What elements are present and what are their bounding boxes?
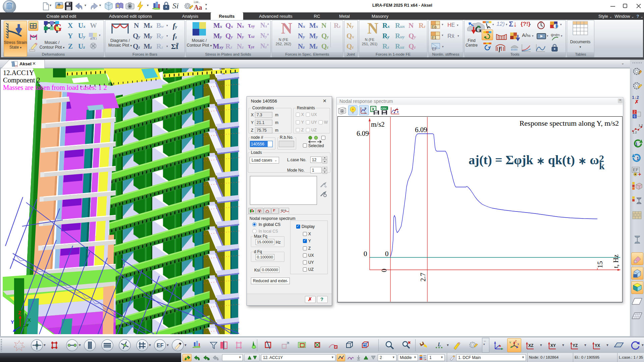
svg-text:Z: Z <box>18 310 21 315</box>
svg-text:L: L <box>437 342 441 347</box>
svg-text:CSV: CSV <box>381 107 387 110</box>
svg-text:Z: Z <box>515 340 517 343</box>
svg-text:G: G <box>475 24 482 34</box>
svg-text:6.09: 6.09 <box>357 129 369 137</box>
svg-text:1: 1 <box>364 111 366 114</box>
svg-text:YZ: YZ <box>573 343 578 348</box>
svg-text:1: 1 <box>635 142 638 146</box>
svg-text:EF: EF <box>157 343 164 348</box>
svg-text:m/s2: m/s2 <box>371 120 385 128</box>
svg-text:0: 0 <box>380 269 388 273</box>
svg-text:XY: XY <box>550 343 556 348</box>
svg-text:a: a <box>208 357 210 361</box>
svg-text:0: 0 <box>364 250 367 258</box>
svg-text:25: 25 <box>15 65 18 68</box>
svg-text:YX: YX <box>595 343 600 348</box>
svg-text:XZ: XZ <box>528 343 533 348</box>
svg-text:1.2: 1.2 <box>639 124 643 127</box>
svg-text:Eo: Eo <box>432 25 437 29</box>
svg-text:X: X <box>517 343 519 346</box>
svg-text:Y: Y <box>509 341 511 344</box>
svg-text:6: 6 <box>634 115 636 118</box>
svg-text:X: X <box>28 317 31 323</box>
svg-text:2.7: 2.7 <box>419 273 427 282</box>
svg-text:f: f <box>499 46 501 52</box>
svg-text:t, Hz: t, Hz <box>612 254 620 268</box>
svg-text:0: 0 <box>385 250 389 258</box>
svg-text:1: 1 <box>637 156 639 161</box>
svg-text:15: 15 <box>596 261 604 268</box>
svg-text:a(X): a(X) <box>90 36 97 40</box>
svg-text:EF: EF <box>432 47 437 51</box>
svg-text:2: 2 <box>634 110 636 114</box>
svg-text:6.09: 6.09 <box>415 126 427 134</box>
svg-text:Response spectrum along Y, m/s: Response spectrum along Y, m/s2 <box>520 119 619 127</box>
svg-text:1.2: 1.2 <box>633 131 637 134</box>
svg-text:Y: Y <box>11 319 14 325</box>
svg-text:2: 2 <box>364 107 366 110</box>
svg-text:E1: E1 <box>432 36 437 40</box>
